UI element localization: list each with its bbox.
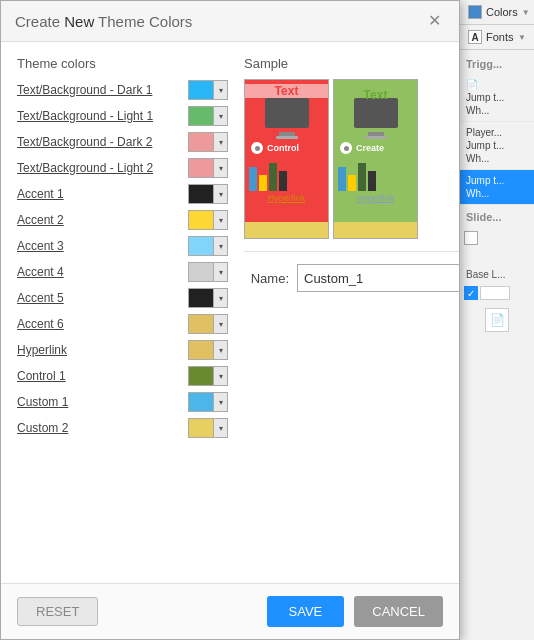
color-label-accent3[interactable]: Accent 3	[17, 239, 182, 253]
hyperlink-green: Hyperlink	[334, 193, 417, 203]
name-label: Name:	[244, 271, 289, 286]
color-swatch-btn-txt-bg-light1[interactable]: ▾	[188, 106, 228, 126]
color-swatch-btn-accent4[interactable]: ▾	[188, 262, 228, 282]
radio-inner-red	[255, 146, 260, 151]
title-create: Create	[15, 13, 64, 30]
color-swatch-btn-control1[interactable]: ▾	[188, 366, 228, 386]
color-swatch-accent6	[189, 315, 213, 333]
base-input[interactable]	[480, 286, 510, 300]
color-label-custom1[interactable]: Custom 1	[17, 395, 182, 409]
color-swatch-custom1	[189, 393, 213, 411]
color-label-accent5[interactable]: Accent 5	[17, 291, 182, 305]
color-swatch-btn-accent2[interactable]: ▾	[188, 210, 228, 230]
color-swatch-accent5	[189, 289, 213, 307]
color-label-custom2[interactable]: Custom 2	[17, 421, 182, 435]
color-swatch-txt-bg-dark1	[189, 81, 213, 99]
bar-blue-red	[249, 167, 257, 191]
color-dropdown-arrow-accent1[interactable]: ▾	[213, 185, 227, 203]
bar-green-red	[269, 163, 277, 191]
color-row-txt-bg-light1: Text/Background - Light 1 ▾	[17, 105, 228, 127]
dialog-title: Create New Theme Colors	[15, 13, 192, 30]
sample-boxes: Text Control	[244, 79, 459, 239]
color-label-hyperlink[interactable]: Hyperlink	[17, 343, 182, 357]
color-swatch-btn-custom2[interactable]: ▾	[188, 418, 228, 438]
color-swatch-btn-accent5[interactable]: ▾	[188, 288, 228, 308]
sample-box-red: Text Control	[244, 79, 329, 239]
color-dropdown-arrow-custom2[interactable]: ▾	[213, 419, 227, 437]
color-dropdown-arrow-accent5[interactable]: ▾	[213, 289, 227, 307]
color-dropdown-arrow-control1[interactable]: ▾	[213, 367, 227, 385]
color-swatch-txt-bg-light1	[189, 107, 213, 125]
right-panel: Colors ▼ A Fonts ▼ Trigg... 📄 Jump t... …	[459, 0, 534, 640]
color-label-accent1[interactable]: Accent 1	[17, 187, 182, 201]
color-dropdown-arrow-accent2[interactable]: ▾	[213, 211, 227, 229]
sample-text-red: Text	[245, 84, 328, 98]
player-label: Player...	[466, 126, 528, 139]
color-dropdown-arrow-hyperlink[interactable]: ▾	[213, 341, 227, 359]
color-rows: Text/Background - Dark 1 ▾ Text/Backgrou…	[17, 79, 228, 439]
cancel-button[interactable]: CANCEL	[354, 596, 443, 627]
title-theme-colors: Theme Colors	[94, 13, 192, 30]
color-swatch-btn-accent6[interactable]: ▾	[188, 314, 228, 334]
slide-checkbox[interactable]	[464, 231, 478, 245]
color-label-txt-bg-dark1[interactable]: Text/Background - Dark 1	[17, 83, 182, 97]
color-dropdown-arrow-accent4[interactable]: ▾	[213, 263, 227, 281]
monitor-container-green	[334, 98, 417, 139]
color-dropdown-arrow-accent3[interactable]: ▾	[213, 237, 227, 255]
bar-yellow-green	[348, 175, 356, 191]
color-row-accent1: Accent 1 ▾	[17, 183, 228, 205]
panel-item-jump1[interactable]: 📄 Jump t... Wh...	[460, 74, 534, 122]
color-dropdown-arrow-accent6[interactable]: ▾	[213, 315, 227, 333]
color-label-accent2[interactable]: Accent 2	[17, 213, 182, 227]
close-button[interactable]: ✕	[424, 11, 445, 31]
color-row-accent4: Accent 4 ▾	[17, 261, 228, 283]
color-swatch-accent4	[189, 263, 213, 281]
panel-item-player[interactable]: Player... Jump t... Wh...	[460, 122, 534, 170]
panel-item-jump3[interactable]: Jump t... Wh...	[460, 170, 534, 205]
color-swatch-btn-txt-bg-dark2[interactable]: ▾	[188, 132, 228, 152]
main-content: Theme colors Text/Background - Dark 1 ▾ …	[17, 56, 443, 439]
color-swatch-txt-bg-light2	[189, 159, 213, 177]
color-row-hyperlink: Hyperlink ▾	[17, 339, 228, 361]
color-swatch-btn-txt-bg-dark1[interactable]: ▾	[188, 80, 228, 100]
color-row-accent5: Accent 5 ▾	[17, 287, 228, 309]
color-swatch-accent3	[189, 237, 213, 255]
color-dropdown-arrow-custom1[interactable]: ▾	[213, 393, 227, 411]
color-swatch-accent1	[189, 185, 213, 203]
color-swatch-btn-hyperlink[interactable]: ▾	[188, 340, 228, 360]
yellow-bar-red	[245, 222, 328, 238]
sample-label: Sample	[244, 56, 459, 71]
radio-row-green: Create	[334, 139, 417, 157]
dialog-header: Create New Theme Colors ✕	[1, 1, 459, 42]
color-label-txt-bg-light2[interactable]: Text/Background - Light 2	[17, 161, 182, 175]
color-label-accent4[interactable]: Accent 4	[17, 265, 182, 279]
slide-content	[460, 227, 534, 267]
bar-yellow-red	[259, 175, 267, 191]
color-swatch-btn-accent1[interactable]: ▾	[188, 184, 228, 204]
color-dropdown-arrow-txt-bg-dark1[interactable]: ▾	[213, 81, 227, 99]
color-label-txt-bg-light1[interactable]: Text/Background - Light 1	[17, 109, 182, 123]
bar-green-green	[358, 163, 366, 191]
colors-button[interactable]: Colors ▼	[460, 0, 534, 25]
color-dropdown-arrow-txt-bg-light1[interactable]: ▾	[213, 107, 227, 125]
color-swatch-btn-custom1[interactable]: ▾	[188, 392, 228, 412]
save-button[interactable]: SAVE	[267, 596, 345, 627]
bar-dark-red	[279, 171, 287, 191]
monitor-container-red	[245, 98, 328, 139]
color-label-accent6[interactable]: Accent 6	[17, 317, 182, 331]
reset-button[interactable]: RESET	[17, 597, 98, 626]
page-icon-box[interactable]: 📄	[485, 308, 509, 332]
color-swatch-btn-txt-bg-light2[interactable]: ▾	[188, 158, 228, 178]
bar-dark-green	[368, 171, 376, 191]
name-row: Name:	[244, 251, 459, 292]
color-dropdown-arrow-txt-bg-light2[interactable]: ▾	[213, 159, 227, 177]
yellow-bar-green	[334, 222, 417, 238]
color-dropdown-arrow-txt-bg-dark2[interactable]: ▾	[213, 133, 227, 151]
color-swatch-hyperlink	[189, 341, 213, 359]
fonts-button[interactable]: A Fonts ▼	[460, 25, 534, 50]
color-swatch-btn-accent3[interactable]: ▾	[188, 236, 228, 256]
color-label-txt-bg-dark2[interactable]: Text/Background - Dark 2	[17, 135, 182, 149]
name-input[interactable]	[297, 264, 459, 292]
base-checkbox[interactable]: ✓	[464, 286, 478, 300]
color-label-control1[interactable]: Control 1	[17, 369, 182, 383]
